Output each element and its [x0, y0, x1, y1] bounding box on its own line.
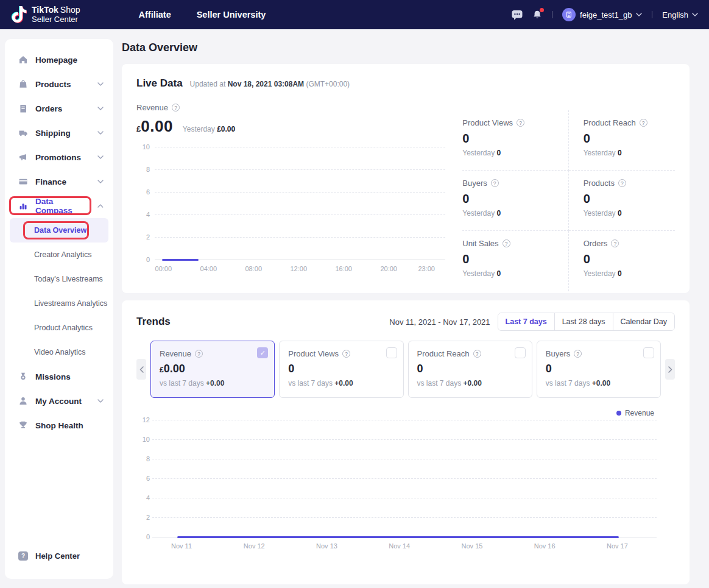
yesterday-value: 0 — [618, 209, 622, 218]
bar-chart-icon — [18, 201, 28, 211]
y-tick: 4 — [136, 211, 150, 218]
metric-card-product-reach[interactable]: Product Reach 0 vs last 7 days +0.00 — [408, 341, 532, 398]
question-circle-icon[interactable] — [342, 350, 350, 358]
yesterday-label: Yesterday — [462, 269, 495, 278]
logo-text: TikTokShop Seller Center — [32, 5, 80, 24]
question-circle-icon[interactable] — [172, 104, 180, 112]
chart-legend: Revenue — [136, 409, 675, 417]
stat-value: 0 — [462, 192, 568, 206]
legend-label: Revenue — [625, 409, 654, 417]
sidebar-subitem-label: Video Analytics — [34, 348, 86, 356]
sidebar-item-label: Orders — [35, 104, 62, 113]
y-tick: 12 — [136, 416, 150, 423]
compare-label: vs last 7 days — [417, 379, 462, 388]
chevron-down-icon — [97, 155, 104, 159]
range-last-28-days[interactable]: Last 28 days — [554, 313, 613, 330]
question-circle-icon[interactable] — [618, 179, 626, 187]
sidebar-item-my-account[interactable]: My Account — [5, 389, 113, 413]
user-menu[interactable]: feige_test1_gb — [562, 8, 642, 21]
product-views-checkbox[interactable] — [386, 347, 397, 358]
question-circle-icon[interactable] — [503, 239, 510, 247]
sidebar-item-shop-health[interactable]: Shop Health — [5, 413, 113, 437]
sidebar-subitem-product-analytics[interactable]: Product Analytics — [5, 316, 113, 340]
notifications-bell-icon[interactable] — [532, 10, 542, 20]
nav-link-seller-university[interactable]: Seller University — [197, 10, 266, 19]
sidebar-item-label: Help Center — [35, 551, 80, 561]
sidebar-item-shipping[interactable]: Shipping — [5, 121, 113, 145]
currency-symbol: £ — [160, 366, 164, 374]
product-reach-checkbox[interactable] — [515, 347, 526, 358]
language-selector[interactable]: English — [662, 10, 698, 19]
home-icon — [18, 55, 28, 65]
stat-buyers: Buyers 0 Yesterday 0 — [462, 171, 568, 231]
x-tick: 20:00 — [380, 265, 397, 272]
x-tick: Nov 15 — [462, 542, 483, 550]
sidebar-item-data-compass[interactable]: Data Compass — [5, 194, 113, 218]
range-calendar-day[interactable]: Calendar Day — [613, 313, 674, 330]
range-last-7-days[interactable]: Last 7 days — [498, 313, 554, 330]
question-circle-icon[interactable] — [640, 119, 647, 127]
sidebar-item-promotions[interactable]: Promotions — [5, 145, 113, 169]
question-circle-icon[interactable] — [195, 350, 203, 358]
range-toggle: Last 7 days Last 28 days Calendar Day — [498, 313, 675, 331]
stat-label: Product Views — [462, 118, 513, 127]
revenue-checkbox-checked[interactable] — [257, 347, 268, 358]
bag-icon — [18, 79, 28, 89]
sidebar-item-orders[interactable]: Orders — [5, 96, 113, 121]
y-tick: 10 — [136, 436, 150, 443]
buyers-checkbox[interactable] — [643, 347, 654, 358]
updated-prefix: Updated at — [190, 80, 226, 88]
gridline — [155, 192, 445, 193]
sidebar-item-finance[interactable]: Finance — [5, 169, 113, 194]
revenue-line — [177, 536, 619, 538]
messages-icon[interactable] — [512, 10, 523, 20]
question-circle-icon[interactable] — [517, 119, 524, 127]
tiktok-note-icon — [11, 6, 27, 24]
nav-link-affiliate[interactable]: Affiliate — [139, 10, 171, 19]
carousel-prev-button[interactable] — [136, 359, 146, 380]
gridline — [155, 214, 445, 215]
gridline — [155, 169, 445, 170]
metric-card-buyers[interactable]: Buyers 0 vs last 7 days +0.00 — [537, 341, 661, 398]
sidebar-item-missions[interactable]: Missions — [5, 364, 113, 389]
trophy-icon — [18, 420, 28, 430]
credit-card-icon — [18, 177, 28, 186]
gridline — [152, 517, 657, 518]
sidebar-item-homepage[interactable]: Homepage — [5, 48, 113, 72]
question-circle-icon[interactable] — [491, 179, 499, 187]
sidebar-item-help-center[interactable]: ? Help Center — [5, 551, 113, 561]
revenue-yesterday: Yesterday £0.00 — [183, 125, 235, 133]
x-tick: Nov 17 — [607, 542, 628, 550]
question-circle-icon[interactable] — [574, 350, 582, 358]
sidebar-subitem-livestreams-analytics[interactable]: Livestreams Analytics — [5, 291, 113, 316]
chevron-down-icon — [97, 82, 104, 86]
top-navbar: TikTokShop Seller Center Affiliate Selle… — [0, 0, 709, 29]
live-data-card: Live Data Updated at Nov 18, 2021 03:08A… — [122, 64, 690, 293]
main-content: Data Overview Live Data Updated at Nov 1… — [122, 29, 690, 584]
compare-label: vs last 7 days — [546, 379, 590, 388]
y-tick: 8 — [136, 166, 150, 173]
updated-date: Nov 18, 2021 03:08AM — [228, 80, 304, 88]
compare-value: +0.00 — [464, 379, 482, 388]
chevron-down-icon — [97, 131, 104, 135]
metric-card-revenue[interactable]: Revenue £0.00 vs last 7 days +0.00 — [150, 341, 275, 398]
question-circle-icon[interactable] — [473, 350, 481, 358]
sidebar-subitem-creator-analytics[interactable]: Creator Analytics — [5, 243, 113, 267]
yesterday-value: 0 — [618, 269, 622, 278]
sidebar-subitem-todays-livestreams[interactable]: Today's Livestreams — [5, 267, 113, 291]
sidebar-item-products[interactable]: Products — [5, 72, 113, 96]
yesterday-value: 0 — [497, 149, 501, 157]
gridline — [152, 478, 657, 479]
live-data-title: Live Data — [136, 77, 183, 90]
gridline — [155, 237, 445, 238]
tiktok-logo[interactable]: TikTokShop Seller Center — [11, 5, 80, 24]
carousel-next-button[interactable] — [665, 359, 675, 380]
metric-card-product-views[interactable]: Product Views 0 vs last 7 days +0.00 — [279, 341, 403, 398]
medal-icon — [18, 372, 28, 381]
y-tick: 6 — [136, 188, 150, 196]
sidebar-subitem-data-overview[interactable]: Data Overview — [10, 218, 108, 243]
y-tick: 0 — [136, 533, 150, 540]
question-circle-icon[interactable] — [611, 239, 619, 247]
sidebar-item-label: Missions — [35, 372, 71, 381]
sidebar-subitem-video-analytics[interactable]: Video Analytics — [5, 340, 113, 364]
